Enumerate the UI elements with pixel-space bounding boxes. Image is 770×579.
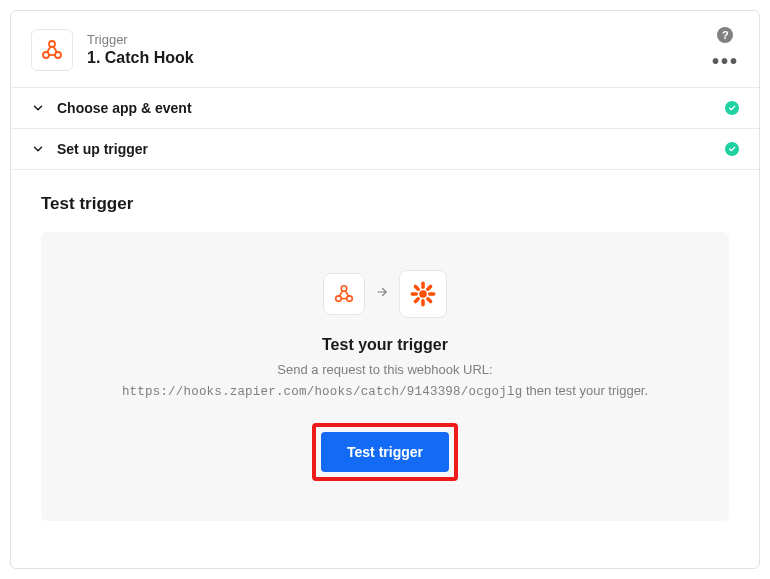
flow-diagram [323, 270, 447, 318]
webhook-mini-icon-box [323, 273, 365, 315]
step-title: 1. Catch Hook [87, 48, 194, 68]
svg-point-6 [419, 290, 427, 298]
svg-point-1 [43, 52, 49, 58]
trigger-step-card: Trigger 1. Catch Hook ? ••• Choose app &… [10, 10, 760, 569]
svg-rect-9 [411, 292, 419, 296]
zapier-icon [408, 279, 438, 309]
svg-rect-7 [421, 282, 425, 290]
webhook-url: https://hooks.zapier.com/hooks/catch/914… [122, 385, 522, 399]
svg-point-2 [55, 52, 61, 58]
svg-point-5 [347, 296, 353, 302]
webhook-icon [333, 283, 355, 305]
webhook-url-line: https://hooks.zapier.com/hooks/catch/914… [122, 383, 648, 399]
test-trigger-button[interactable]: Test trigger [321, 432, 449, 472]
svg-rect-14 [425, 296, 433, 304]
chevron-down-icon [31, 142, 45, 156]
more-menu-icon[interactable]: ••• [712, 57, 739, 65]
chevron-down-icon [31, 101, 45, 115]
test-trigger-section: Test trigger [11, 170, 759, 551]
trigger-label: Trigger [87, 32, 194, 48]
check-complete-icon [725, 101, 739, 115]
section-choose-label: Choose app & event [57, 100, 725, 116]
help-icon[interactable]: ? [717, 27, 733, 43]
zapier-mini-icon-box [399, 270, 447, 318]
header-actions: ? ••• [712, 27, 739, 65]
arrow-right-icon [375, 285, 389, 303]
test-subtitle: Send a request to this webhook URL: [277, 362, 492, 377]
webhook-icon [40, 38, 64, 62]
section-setup-label: Set up trigger [57, 141, 725, 157]
section-choose-app-event[interactable]: Choose app & event [11, 87, 759, 129]
svg-point-3 [341, 286, 347, 292]
test-your-trigger-title: Test your trigger [322, 336, 448, 354]
step-titles: Trigger 1. Catch Hook [87, 32, 194, 68]
highlight-box: Test trigger [312, 423, 458, 481]
test-trigger-heading: Test trigger [41, 194, 729, 214]
svg-rect-11 [425, 284, 433, 292]
svg-point-4 [336, 296, 342, 302]
step-header: Trigger 1. Catch Hook ? ••• [11, 11, 759, 87]
svg-point-0 [49, 41, 55, 47]
svg-rect-10 [428, 292, 436, 296]
check-complete-icon [725, 142, 739, 156]
test-trigger-box: Test your trigger Send a request to this… [41, 232, 729, 521]
svg-rect-13 [413, 284, 421, 292]
svg-rect-8 [421, 299, 425, 307]
webhook-app-icon-box [31, 29, 73, 71]
section-set-up-trigger[interactable]: Set up trigger [11, 129, 759, 170]
svg-rect-12 [413, 296, 421, 304]
webhook-url-suffix: then test your trigger. [522, 383, 648, 398]
